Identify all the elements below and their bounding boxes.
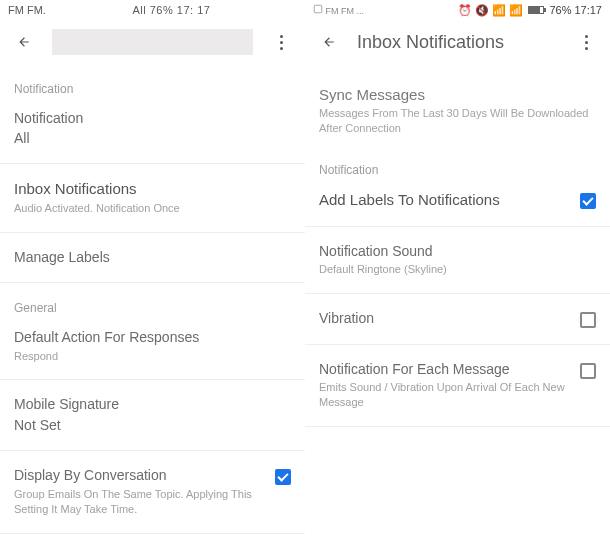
divider <box>305 293 610 294</box>
sub-sync-messages: Messages From The Last 30 Days Will Be D… <box>319 106 596 137</box>
sub-notif-each-message: Emits Sound / Vibration Upon Arrival Of … <box>319 380 572 410</box>
value-default-action: Respond <box>14 349 291 364</box>
alarm-icon: ⏰ <box>458 4 472 17</box>
divider <box>0 533 305 534</box>
row-manage-labels[interactable]: Manage Labels <box>14 239 291 277</box>
status-carrier: FM FM. <box>8 4 46 16</box>
row-vibration[interactable]: Vibration <box>319 300 596 338</box>
screen-settings: FM FM. All 76% 17: 17 Notification Notif… <box>0 0 305 541</box>
label-default-action: Default Action For Responses <box>14 329 291 347</box>
row-inbox-notifications[interactable]: Inbox Notifications Audio Activated. Not… <box>14 170 291 226</box>
label-vibration: Vibration <box>319 310 572 328</box>
section-header-general: General <box>14 301 291 315</box>
app-bar: Inbox Notifications <box>305 20 610 64</box>
svg-rect-0 <box>314 5 322 13</box>
label-sync-messages[interactable]: Sync Messages <box>319 86 596 103</box>
overflow-menu-button[interactable] <box>271 35 291 50</box>
status-bar: FM FM ... ⏰ 🔇 📶 📶 76% 17:17 <box>305 0 610 20</box>
label-display-conversation: Display By Conversation <box>14 467 267 485</box>
row-notification[interactable]: Notification All <box>14 100 291 157</box>
divider <box>0 450 305 451</box>
label-mobile-signature: Mobile Signature <box>14 396 291 414</box>
status-center: All 76% 17: 17 <box>46 4 297 16</box>
row-add-labels[interactable]: Add Labels To Notifications <box>319 181 596 220</box>
divider <box>0 232 305 233</box>
row-notif-each-message[interactable]: Notification For Each Message Emits Soun… <box>319 351 596 420</box>
divider <box>305 344 610 345</box>
value-notification: All <box>14 130 291 148</box>
divider <box>0 379 305 380</box>
label-manage-labels: Manage Labels <box>14 249 291 267</box>
arrow-back-icon <box>322 35 336 49</box>
status-carrier: FM FM ... <box>313 4 364 16</box>
divider <box>0 163 305 164</box>
battery-icon <box>528 6 544 14</box>
divider <box>0 282 305 283</box>
image-icon <box>313 4 323 14</box>
section-header-notification: Notification <box>14 82 291 96</box>
page-title: Inbox Notifications <box>357 32 558 53</box>
divider <box>305 226 610 227</box>
label-add-labels: Add Labels To Notifications <box>319 191 572 210</box>
section-header-notification: Notification <box>319 163 596 177</box>
title-placeholder <box>52 29 253 55</box>
back-button[interactable] <box>14 32 34 52</box>
arrow-back-icon <box>17 35 31 49</box>
row-display-conversation[interactable]: Display By Conversation Group Emails On … <box>14 457 291 526</box>
label-inbox-notifications: Inbox Notifications <box>14 180 291 199</box>
back-button[interactable] <box>319 32 339 52</box>
label-notification: Notification <box>14 110 291 128</box>
divider <box>305 426 610 427</box>
row-notification-sound[interactable]: Notification Sound Default Ringtone (Sky… <box>319 233 596 287</box>
sub-display-conversation: Group Emails On The Same Topic. Applying… <box>14 487 267 517</box>
label-notification-sound: Notification Sound <box>319 243 596 261</box>
status-bar: FM FM. All 76% 17: 17 <box>0 0 305 20</box>
mute-icon: 🔇 <box>475 4 489 17</box>
checkbox-add-labels[interactable] <box>580 193 596 209</box>
app-bar <box>0 20 305 64</box>
overflow-menu-button[interactable] <box>576 35 596 50</box>
value-notification-sound: Default Ringtone (Skyline) <box>319 262 596 277</box>
label-notif-each-message: Notification For Each Message <box>319 361 572 379</box>
status-right: ⏰ 🔇 📶 📶 76% 17:17 <box>458 4 602 17</box>
checkbox-notif-each-message[interactable] <box>580 363 596 379</box>
checkbox-vibration[interactable] <box>580 312 596 328</box>
signal-icon: 📶 <box>509 4 523 17</box>
settings-content: Notification Notification All Inbox Noti… <box>0 64 305 541</box>
row-default-action[interactable]: Default Action For Responses Respond <box>14 319 291 373</box>
wifi-icon: 📶 <box>492 4 506 17</box>
row-mobile-signature[interactable]: Mobile Signature Not Set <box>14 386 291 444</box>
inbox-notif-content: Sync Messages Messages From The Last 30 … <box>305 64 610 541</box>
value-mobile-signature: Not Set <box>14 417 291 435</box>
checkbox-display-conversation[interactable] <box>275 469 291 485</box>
screen-inbox-notifications: FM FM ... ⏰ 🔇 📶 📶 76% 17:17 Inbox Notifi… <box>305 0 610 541</box>
sub-inbox-notifications: Audio Activated. Notification Once <box>14 201 291 216</box>
